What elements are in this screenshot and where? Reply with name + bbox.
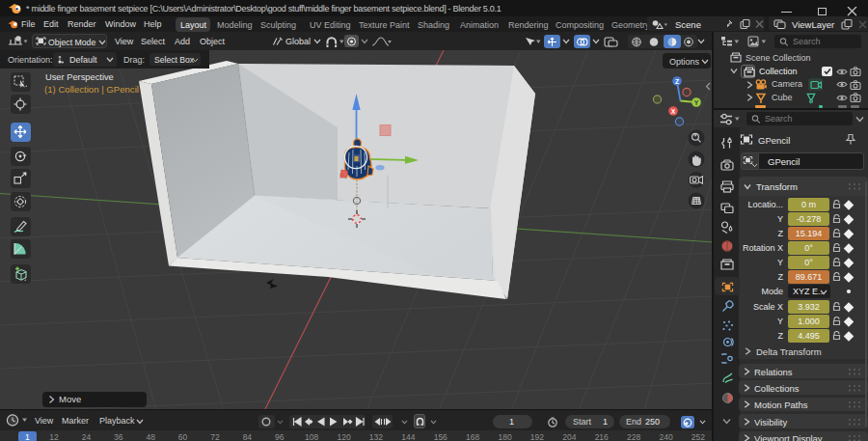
svg-text:X: X (671, 108, 676, 115)
svg-text:Z: Z (675, 78, 679, 85)
svg-text:Y: Y (694, 99, 699, 106)
